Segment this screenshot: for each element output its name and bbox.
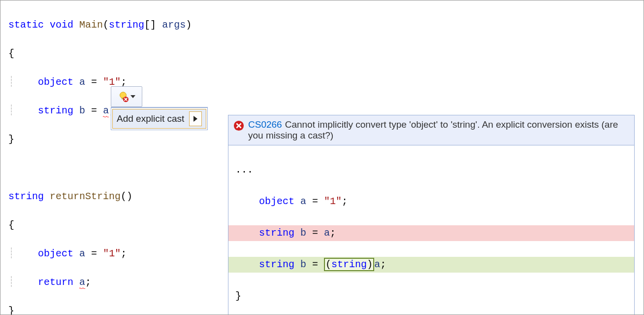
fix-preview-panel: CS0266Cannot implicitly convert type 'ob… [228, 115, 635, 315]
add-explicit-cast-item[interactable]: Add explicit cast [112, 109, 206, 129]
code-line: static void Main(string[] args) [8, 18, 644, 32]
diff-line: } [228, 288, 634, 304]
expand-submenu-button[interactable] [189, 111, 202, 126]
code-line: ┊ object a = "1"; [8, 75, 644, 89]
diff-line: object a = "1"; [228, 194, 634, 210]
diff-line: ... [228, 162, 634, 178]
quick-actions-menu: Add explicit cast [111, 107, 208, 130]
error-token: a [103, 105, 109, 117]
chevron-right-icon [193, 116, 197, 122]
error-message: Cannot implicitly convert type 'object' … [248, 119, 618, 140]
error-header: CS0266Cannot implicitly convert type 'ob… [228, 115, 634, 145]
inserted-cast: (string) [324, 258, 374, 271]
action-label: Add explicit cast [117, 113, 184, 124]
error-code: CS0266 [248, 119, 282, 130]
lightbulb-error-icon [118, 91, 129, 102]
error-icon [233, 120, 244, 131]
diff-line-added: string b = (string)a; [228, 257, 634, 273]
diff-line-removed: string b = a; [228, 225, 634, 241]
diff-preview: ... object a = "1"; string b = a; string… [228, 145, 634, 315]
error-text: CS0266Cannot implicitly convert type 'ob… [248, 119, 629, 141]
error-token: a [79, 277, 85, 289]
quick-actions-button[interactable] [111, 86, 142, 107]
caret-down-icon [130, 95, 135, 98]
code-line: { [8, 46, 644, 61]
